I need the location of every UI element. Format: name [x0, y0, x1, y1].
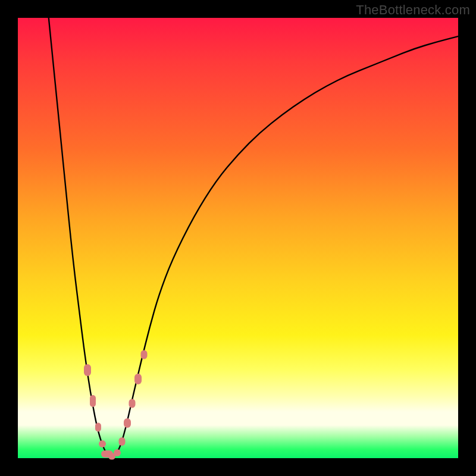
bottleneck-curve: [18, 18, 458, 458]
plot-area: [18, 18, 458, 458]
chart-frame: TheBottleneck.com: [0, 0, 476, 476]
data-marker: [99, 440, 106, 447]
data-marker: [84, 364, 91, 376]
data-marker: [90, 395, 96, 407]
data-marker: [114, 449, 121, 456]
data-marker: [129, 399, 136, 408]
data-marker: [124, 418, 131, 428]
data-marker: [118, 437, 125, 446]
data-marker: [140, 350, 147, 359]
data-marker: [95, 423, 101, 432]
data-marker: [134, 374, 142, 384]
attribution-text: TheBottleneck.com: [356, 2, 470, 18]
